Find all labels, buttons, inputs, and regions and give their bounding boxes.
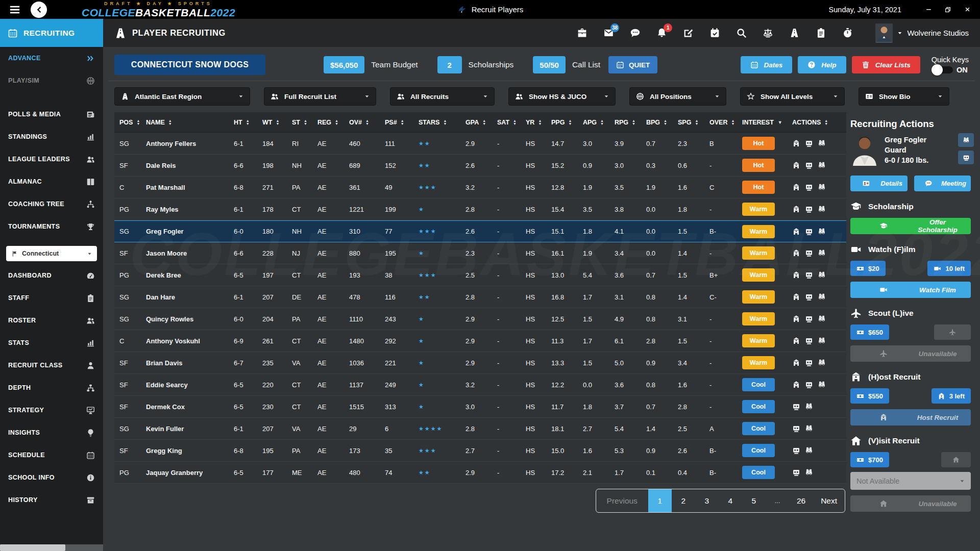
team-name-button[interactable]: CONNECTICUT SNOW DOGS	[114, 55, 265, 75]
account-menu[interactable]: Wolverine Studios	[875, 23, 969, 43]
column-header-rpg[interactable]: RPG▲▼	[615, 119, 646, 126]
column-header-interest[interactable]: INTEREST▼	[742, 119, 792, 126]
column-header-spg[interactable]: SPG▲▼	[678, 119, 709, 126]
clipboard-button[interactable]	[816, 28, 826, 38]
host-recruit-action-button[interactable]	[792, 183, 800, 191]
table-row[interactable]: SGAnthony Fellers6-1184RIAE460111★★2.9-H…	[114, 133, 846, 155]
meeting-button[interactable]: Meeting	[914, 176, 971, 191]
pagination-page-1[interactable]: 1	[648, 489, 672, 512]
table-row[interactable]: SFDale Reis6-6198NHAE689152★★2.6-HS15.20…	[114, 155, 846, 177]
watch-film-action-button[interactable]	[805, 161, 813, 169]
watch-film-action-button[interactable]	[805, 337, 813, 345]
table-row[interactable]: PGJaquay Granberry6-5177MEAE48074★★2.9-H…	[114, 462, 846, 484]
filter-show-hs-juco[interactable]: Show HS & JUCO	[508, 87, 616, 106]
h-ost-recruit-cost-chip[interactable]: $550	[850, 388, 889, 404]
search-button[interactable]	[736, 28, 747, 38]
watch-film-action-button[interactable]	[792, 468, 800, 477]
details-button[interactable]: Details	[850, 176, 908, 191]
column-header-gpa[interactable]: GPA▲▼	[465, 119, 497, 126]
edit-button[interactable]	[683, 28, 694, 38]
table-row[interactable]: CPat Marshall6-8271PAAE36149★★★3.2-HS12.…	[114, 177, 846, 198]
sidebar-item-school-info[interactable]: SCHOOL INFO	[0, 466, 103, 489]
scout-action-button[interactable]	[805, 424, 813, 433]
column-header-ps[interactable]: PS#▲▼	[385, 119, 419, 126]
v-isit-recruit-cost-chip[interactable]: $700	[850, 452, 889, 467]
scout-action-button[interactable]	[818, 315, 826, 323]
scales-button[interactable]	[763, 28, 773, 38]
tab-recruiting[interactable]: RECRUITING	[0, 19, 103, 47]
close-button[interactable]	[964, 6, 971, 13]
table-row[interactable]: SFDermek Cox6-5230CTAE1515313★3.0-HS11.7…	[114, 396, 846, 418]
watch-film-action-button[interactable]	[805, 139, 813, 147]
host-recruit-action-button[interactable]	[792, 293, 800, 301]
sidebar-item-depth[interactable]: DEPTH	[0, 377, 103, 399]
pagination-page-26[interactable]: 26	[789, 489, 813, 512]
scout-l-ive-cost-chip[interactable]: $650	[850, 324, 889, 340]
scout-action-button[interactable]	[818, 205, 826, 213]
table-row[interactable]: SFBrian Davis6-7235VAAE1036221★2.9-HS13.…	[114, 352, 846, 374]
filter-full-recruit-list[interactable]: Full Recruit List	[264, 87, 376, 106]
host-recruit-action-button[interactable]	[792, 161, 800, 169]
pagination-next[interactable]: Next	[813, 489, 845, 512]
host-recruit-action-button[interactable]	[792, 271, 800, 279]
scout-action-button[interactable]	[805, 403, 813, 411]
pagination-page-2[interactable]: 2	[672, 489, 695, 512]
sidebar-item-stats[interactable]: STATS	[0, 332, 103, 354]
table-row[interactable]: SFEddie Searcy6-5220CTAE1137249★3.2-HS12…	[114, 374, 846, 396]
filter-show-bio[interactable]: Show Bio	[859, 87, 949, 106]
sidebar-item-strategy[interactable]: STRATEGY	[0, 399, 103, 421]
briefcase-button[interactable]	[577, 28, 587, 38]
watch-f-ilm-remaining-chip[interactable]: 10 left	[927, 261, 971, 276]
quiet-button[interactable]: QUIET	[608, 56, 657, 73]
sidebar-item-standings[interactable]: STANDINGS	[0, 126, 103, 148]
column-header-apg[interactable]: APG▲▼	[583, 119, 615, 126]
back-button[interactable]	[31, 2, 47, 18]
sidebar-item-play-sim[interactable]: PLAY/SIM	[0, 69, 103, 92]
table-row[interactable]: SFGregg King6-8195PAAE17335★★★2.7-HS15.0…	[114, 440, 846, 462]
scout-action-button[interactable]	[818, 337, 826, 345]
sidebar-item-recruit-class[interactable]: RECRUIT CLASS	[0, 354, 103, 377]
sidebar-item-schedule[interactable]: SCHEDULE	[0, 444, 103, 466]
host-recruit-action-button[interactable]	[792, 228, 800, 236]
pagination-page-4[interactable]: 4	[719, 489, 742, 512]
filter-show-all-levels[interactable]: Show All Levels	[740, 87, 845, 106]
column-header-ht[interactable]: HT▲▼	[234, 119, 262, 126]
filter-all-positions[interactable]: All Positions	[629, 87, 726, 106]
pagination-previous[interactable]: Previous	[596, 489, 648, 512]
road-button[interactable]	[789, 28, 800, 38]
watch-film-action-button[interactable]	[792, 424, 800, 433]
column-header-yr[interactable]: YR▲▼	[526, 119, 551, 126]
h-ost-recruit-remaining-chip[interactable]: 3 left	[932, 388, 971, 404]
host-recruit-action-button[interactable]	[792, 249, 800, 257]
scout-action-button[interactable]	[818, 228, 826, 236]
sidebar-item-tournaments[interactable]: TOURNAMENTS	[0, 215, 103, 238]
column-header-wt[interactable]: WT▲▼	[262, 119, 292, 126]
help-button[interactable]: Help	[798, 56, 846, 73]
watch-film-action-button[interactable]	[792, 403, 800, 411]
pagination-page-3[interactable]: 3	[695, 489, 719, 512]
host-recruit-action-button[interactable]	[792, 359, 800, 367]
hamburger-menu-icon[interactable]	[7, 4, 22, 15]
sidebar-item-league-leaders[interactable]: LEAGUE LEADERS	[0, 148, 103, 170]
column-header-sat[interactable]: SAT▲▼	[497, 119, 526, 126]
watch-film-action-button[interactable]	[805, 271, 813, 279]
scout-quick-button[interactable]	[958, 133, 974, 147]
envelope-button[interactable]: 38	[603, 28, 614, 38]
column-header-over[interactable]: OVER▲▼	[709, 119, 742, 126]
scout-action-button[interactable]	[818, 161, 826, 169]
sidebar-item-roster[interactable]: ROSTER	[0, 309, 103, 332]
watch-film-action-button[interactable]	[792, 446, 800, 455]
column-header-pos[interactable]: POS▲▼	[119, 119, 146, 126]
filter-all-recruits[interactable]: All Recruits	[390, 87, 495, 106]
table-row[interactable]: PGRay Myles6-1178CTAE1221199★2.8-HS15.43…	[114, 198, 846, 220]
sidebar-scrollbar[interactable]	[0, 544, 103, 551]
scout-action-button[interactable]	[805, 468, 813, 477]
offer-scholarship-button[interactable]: Offer Scholarship	[850, 218, 971, 234]
host-recruit-action-button[interactable]	[792, 205, 800, 213]
table-row[interactable]: CAnthony Voskuhl6-9261CTAE1480292★2.9-HS…	[114, 330, 846, 352]
sidebar-item-advance[interactable]: ADVANCE	[0, 47, 103, 69]
column-header-reg[interactable]: REG▲▼	[317, 119, 349, 126]
calendar-check-button[interactable]	[709, 28, 720, 38]
sidebar-item-history[interactable]: HISTORY	[0, 489, 103, 511]
watch-film-action-button[interactable]	[805, 205, 813, 213]
